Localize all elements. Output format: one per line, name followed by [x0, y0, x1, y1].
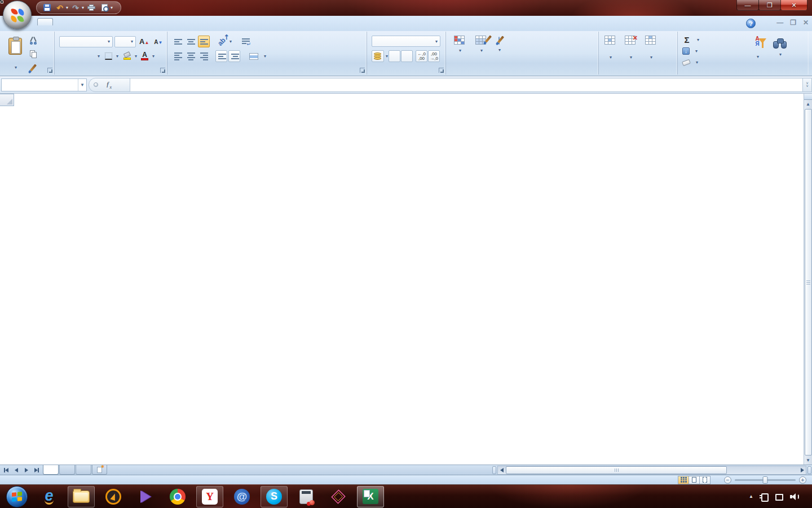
first-sheet-button[interactable]	[2, 466, 11, 474]
scroll-right-button[interactable]	[798, 467, 806, 474]
network-icon[interactable]	[775, 493, 784, 501]
next-sheet-button[interactable]	[22, 466, 31, 474]
tab-home[interactable]	[37, 18, 53, 25]
autosum-button[interactable]: Σ▾	[681, 34, 700, 45]
format-cells-button[interactable]: ▾	[643, 34, 659, 62]
decrease-font-button[interactable]: A▼	[152, 36, 164, 47]
expand-formula-bar-button[interactable]: ˅˅	[803, 78, 812, 92]
format-painter-button[interactable]	[27, 62, 39, 73]
vertical-split-handle[interactable]	[804, 94, 812, 100]
increase-font-button[interactable]: A▲	[138, 36, 151, 47]
cell-styles-button[interactable]: ▾	[495, 35, 504, 55]
sheet-tab-list1[interactable]	[43, 465, 59, 475]
clear-button[interactable]: ▾	[681, 57, 700, 68]
increase-indent-button[interactable]	[228, 50, 240, 62]
workbook-minimize-button[interactable]: —	[776, 19, 783, 27]
cut-button[interactable]	[27, 34, 39, 46]
page-layout-view-button[interactable]	[689, 476, 700, 484]
print-button[interactable]	[86, 2, 97, 13]
office-button[interactable]	[3, 1, 32, 29]
vertical-scroll-thumb[interactable]	[805, 109, 812, 456]
align-top-button[interactable]	[172, 36, 184, 47]
align-right-button[interactable]	[198, 50, 210, 62]
delete-cells-button[interactable]: ✕ ▾	[623, 34, 638, 62]
align-center-button[interactable]	[185, 50, 197, 62]
find-select-button[interactable]: ▾	[770, 36, 789, 59]
font-color-dropdown-arrow[interactable]: ▾	[152, 54, 155, 59]
page-break-view-button[interactable]	[699, 476, 710, 484]
print-preview-button[interactable]	[99, 2, 110, 13]
save-button[interactable]	[41, 2, 52, 13]
workbook-restore-button[interactable]: ❐	[790, 19, 796, 27]
orientation-button[interactable]: ab↗	[215, 36, 227, 47]
orientation-dropdown-arrow[interactable]: ▾	[230, 39, 232, 44]
taskbar-item-daemon-tools[interactable]	[100, 486, 127, 507]
copy-button[interactable]	[27, 48, 39, 60]
insert-function-button[interactable]: ƒx	[106, 80, 112, 90]
tab-view[interactable]	[132, 18, 148, 25]
taskbar-item-yandex-browser[interactable]: Y	[196, 486, 223, 507]
align-bottom-button[interactable]	[198, 36, 210, 47]
tab-data[interactable]	[100, 18, 116, 25]
fill-color-dropdown-arrow[interactable]: ▾	[135, 54, 137, 59]
minimize-button[interactable]: —	[736, 0, 759, 11]
restore-button[interactable]: ❐	[758, 0, 781, 11]
redo-dropdown-arrow[interactable]: ▾	[82, 5, 84, 10]
font-size-select[interactable]: ▾	[114, 36, 136, 47]
taskbar-item-internet-explorer[interactable]: e	[36, 486, 63, 507]
customize-qat-button[interactable]: ▾	[111, 5, 113, 10]
accounting-dropdown-arrow[interactable]: ▾	[386, 54, 388, 59]
paste-button[interactable]: ▾	[6, 36, 25, 72]
sheet-tab-list2[interactable]	[59, 465, 75, 475]
zoom-in-button[interactable]: +	[799, 476, 806, 484]
taskbar-item-chrome[interactable]	[164, 486, 191, 507]
select-all-button[interactable]	[0, 94, 14, 106]
borders-button[interactable]	[103, 50, 114, 62]
underline-dropdown-arrow[interactable]: ▾	[98, 54, 100, 59]
last-sheet-button[interactable]	[32, 466, 41, 474]
alignment-dialog-launcher[interactable]	[360, 68, 365, 73]
help-button[interactable]: ?	[746, 19, 756, 28]
scroll-up-button[interactable]: ▲	[805, 100, 812, 108]
start-button[interactable]	[3, 486, 30, 507]
align-middle-button[interactable]	[185, 36, 197, 47]
decrease-indent-button[interactable]	[215, 50, 227, 62]
horizontal-split-handle-left[interactable]	[492, 466, 496, 474]
font-dialog-launcher[interactable]	[160, 68, 165, 73]
scroll-left-button[interactable]	[498, 467, 505, 474]
underline-button[interactable]	[84, 50, 96, 62]
horizontal-scroll-track[interactable]	[497, 466, 806, 475]
horizontal-scroll-thumb[interactable]	[506, 466, 727, 474]
formula-input[interactable]	[130, 78, 803, 92]
fill-color-button[interactable]	[121, 50, 133, 62]
number-format-select[interactable]: ▾	[372, 36, 440, 47]
wrap-text-button[interactable]	[241, 36, 253, 47]
horizontal-scrollbar[interactable]	[492, 465, 812, 475]
accounting-format-button[interactable]	[372, 50, 384, 62]
scroll-down-button[interactable]: ▼	[805, 456, 812, 465]
merge-center-button[interactable]: ▾	[248, 51, 267, 62]
number-dialog-launcher[interactable]	[439, 68, 444, 73]
decrease-decimal-button[interactable]: ,00→,0	[428, 50, 440, 62]
comma-style-button[interactable]	[401, 50, 413, 62]
taskbar-item-geometry-app[interactable]	[325, 486, 352, 507]
name-box[interactable]: ▼	[1, 78, 87, 91]
taskbar-item-skype[interactable]: S	[261, 486, 288, 507]
italic-button[interactable]	[72, 50, 83, 62]
redo-button[interactable]: ↷	[70, 2, 81, 13]
vertical-scrollbar[interactable]: ▲ ▼	[804, 94, 812, 465]
tab-review[interactable]	[116, 18, 132, 25]
normal-view-button[interactable]	[678, 476, 689, 484]
fill-button[interactable]: ↓▾	[681, 46, 700, 56]
percent-style-button[interactable]	[389, 50, 400, 62]
insert-cells-button[interactable]: ▾	[602, 34, 618, 62]
increase-decimal-button[interactable]: ←,0,00	[416, 50, 427, 62]
zoom-slider-thumb[interactable]	[763, 476, 768, 484]
taskbar-item-home-accounting[interactable]	[293, 486, 320, 507]
undo-dropdown-arrow[interactable]: ▾	[66, 5, 68, 10]
tab-formulas[interactable]	[85, 18, 100, 25]
zoom-slider-track[interactable]	[735, 479, 796, 481]
power-plug-icon[interactable]	[760, 493, 769, 501]
name-box-dropdown[interactable]: ▼	[78, 79, 86, 91]
volume-icon[interactable]	[790, 493, 799, 501]
